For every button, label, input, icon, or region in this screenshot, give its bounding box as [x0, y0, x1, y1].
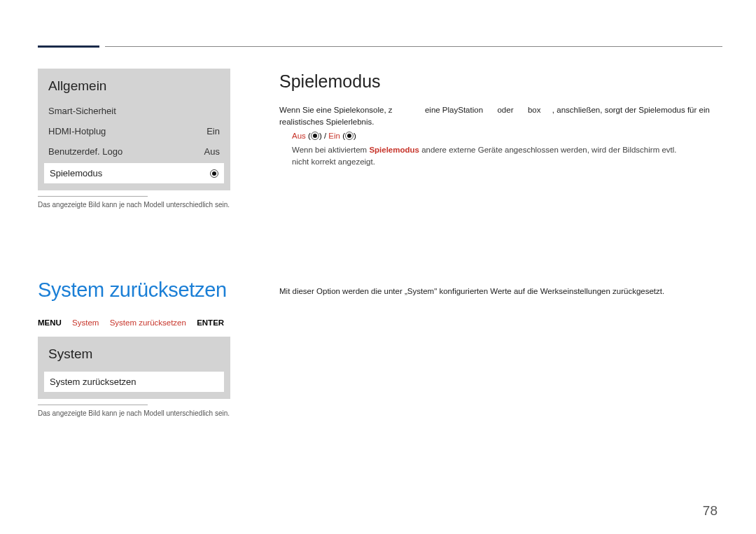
left-column-1: Allgemein Smart-Sicherheit HDMI-Hotplug … — [38, 69, 230, 209]
note-part: Wenn bei aktiviertem — [292, 146, 369, 154]
menu-item-value: Aus — [204, 146, 220, 157]
breadcrumb-path: MENU System System zurücksetzen ENTER — [38, 318, 230, 327]
figure-rule — [38, 405, 148, 405]
section-spielemodus: Allgemein Smart-Sicherheit HDMI-Hotplug … — [38, 69, 722, 209]
option-aus: Aus — [292, 132, 306, 140]
option-paren: ) / — [319, 132, 328, 140]
breadcrumb-sep — [188, 318, 197, 327]
menu-row-smart-sicherheit[interactable]: Smart-Sicherheit — [44, 101, 224, 121]
menu-item-label: Spielemodus — [50, 168, 102, 178]
note-part: nicht korrekt angezeigt. — [292, 157, 375, 166]
radio-filled-icon — [345, 132, 354, 140]
menu-item-label: Smart-Sicherheit — [48, 106, 116, 116]
breadcrumb-system: System — [72, 318, 99, 327]
breadcrumb-enter: ENTER — [197, 318, 224, 327]
page-content: Allgemein Smart-Sicherheit HDMI-Hotplug … — [38, 69, 722, 417]
option-line: Aus () / Ein () — [292, 132, 722, 140]
menu-row-benutzerdef-logo[interactable]: Benutzerdef. Logo Aus — [44, 141, 224, 162]
heading-spielemodus: Spielemodus — [279, 71, 722, 92]
section-system-zuruecksetzen: System zurücksetzen MENU System System z… — [38, 279, 722, 417]
note-bold: Spielemodus — [369, 146, 419, 154]
figure-rule — [38, 196, 148, 197]
breadcrumb-reset: System zurücksetzen — [110, 318, 186, 327]
menu-row-hdmi-hotplug[interactable]: HDMI-Hotplug Ein — [44, 121, 224, 141]
desc-part: box — [528, 106, 541, 114]
right-column-1: Spielemodus Wenn Sie eine Spielekonsole,… — [279, 69, 722, 209]
menu-item-label: HDMI-Hotplug — [48, 126, 106, 136]
desc-part: Wenn Sie eine Spielekonsole, z — [279, 106, 393, 114]
desc-part: eine PlayStation — [425, 106, 483, 114]
desc-part: , anschließen, sorgt der Spielemodus für… — [552, 106, 710, 114]
menu-item-value: Ein — [206, 126, 220, 136]
option-ein: Ein — [328, 132, 340, 140]
figure-note: Das angezeigte Bild kann je nach Modell … — [38, 409, 230, 417]
option-paren: ) — [354, 132, 356, 140]
menu-row-spielemodus-selected[interactable]: Spielemodus — [44, 163, 224, 183]
heading-system-zuruecksetzen: System zurücksetzen — [38, 279, 230, 302]
figure-note: Das angezeigte Bild kann je nach Modell … — [38, 201, 230, 209]
spielemodus-note: Wenn bei aktiviertem Spielemodus andere … — [292, 144, 722, 167]
radio-selected-icon — [210, 169, 218, 178]
page-number: 78 — [703, 503, 718, 519]
menu-item-label: Benutzerdef. Logo — [48, 146, 122, 157]
menu-row-system-zuruecksetzen-selected[interactable]: System zurücksetzen — [44, 372, 224, 392]
spielemodus-description: Wenn Sie eine Spielekonsole, z eine Play… — [279, 104, 722, 127]
breadcrumb-sep — [64, 318, 72, 327]
header-accent — [38, 45, 99, 48]
radio-filled-icon — [311, 132, 319, 140]
desc-part: realistisches Spielerlebnis. — [279, 118, 374, 126]
note-part: andere externe Geräte angeschlossen werd… — [419, 146, 677, 154]
breadcrumb-menu: MENU — [38, 318, 62, 327]
menu-panel-system: System System zurücksetzen — [38, 337, 230, 399]
left-column-2: System zurücksetzen MENU System System z… — [38, 279, 230, 417]
desc-part: oder — [497, 106, 513, 114]
header-rule — [105, 46, 722, 47]
breadcrumb-sep — [102, 318, 110, 327]
reset-description: Mit dieser Option werden die unter „Syst… — [279, 286, 722, 297]
right-column-2: Mit dieser Option werden die unter „Syst… — [279, 279, 722, 417]
menu-title-system: System — [44, 342, 224, 369]
menu-title-allgemein: Allgemein — [44, 74, 224, 101]
menu-panel-allgemein: Allgemein Smart-Sicherheit HDMI-Hotplug … — [38, 69, 230, 190]
